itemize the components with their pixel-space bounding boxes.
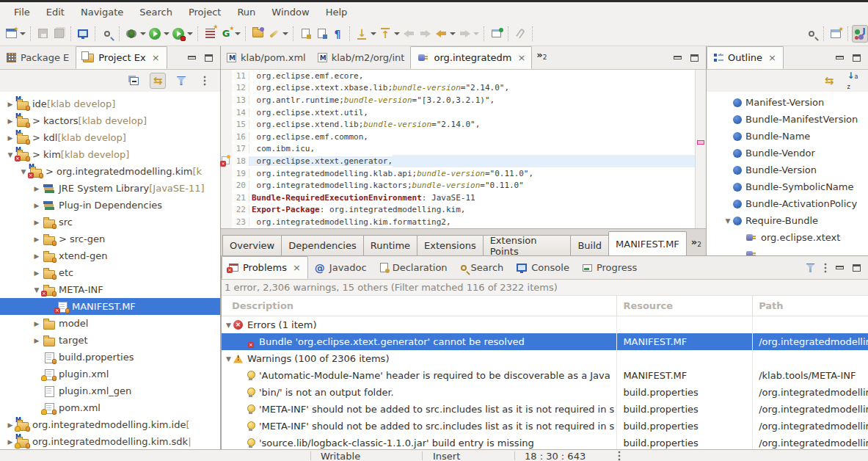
form-tab-runtime[interactable]: Runtime bbox=[363, 235, 417, 255]
back-faded-button[interactable] bbox=[401, 25, 417, 43]
collapsed-twisty-icon[interactable]: ▶ bbox=[31, 219, 43, 226]
generate-button[interactable]: G bbox=[218, 25, 234, 43]
tree-item[interactable]: MANIFEST.MF bbox=[0, 298, 220, 315]
collapse-all-button[interactable] bbox=[126, 73, 142, 89]
open-console-button[interactable] bbox=[75, 25, 91, 43]
outline-item[interactable]: ▼Require-Bundle bbox=[721, 212, 868, 229]
collapsed-twisty-icon[interactable]: ▶ bbox=[31, 253, 43, 260]
collapsed-twisty-icon[interactable]: ▶ bbox=[4, 117, 16, 125]
outline-item[interactable] bbox=[721, 246, 868, 255]
run-dropdown[interactable] bbox=[163, 25, 170, 43]
menu-run[interactable]: Run bbox=[229, 4, 263, 20]
column-description[interactable]: Description bbox=[222, 300, 616, 311]
tab-package-e[interactable]: Package E bbox=[0, 46, 76, 69]
editor-line[interactable]: 22Export-Package: org.integratedmodellin… bbox=[221, 204, 706, 217]
back-dropdown[interactable] bbox=[449, 25, 456, 43]
problems-row[interactable]: Bundle 'org.eclipse.xtext.generator' can… bbox=[222, 333, 868, 350]
outline-item[interactable]: Manifest-Version bbox=[721, 94, 868, 111]
tab-klab-pom-xml[interactable]: klab/pom.xml bbox=[221, 46, 312, 69]
run-button[interactable] bbox=[147, 25, 163, 43]
tree-item[interactable]: ▶src bbox=[0, 214, 220, 230]
last-edit-location-button[interactable] bbox=[297, 25, 313, 43]
problems-row[interactable]: 'bin/' is not an output folder.build.pro… bbox=[222, 384, 868, 401]
filter-button[interactable] bbox=[173, 73, 189, 89]
tree-item[interactable]: pom.xml bbox=[0, 399, 220, 416]
link-with-editor-button[interactable]: ⇆ bbox=[821, 73, 837, 89]
column-resource[interactable]: Resource bbox=[616, 296, 752, 316]
tab-problems[interactable]: Problems× bbox=[222, 256, 308, 279]
previous-annotation-dropdown[interactable] bbox=[393, 25, 401, 43]
sort-alphabetically-button[interactable]: ↓az bbox=[845, 73, 861, 89]
editor-overview-ruler[interactable] bbox=[695, 70, 706, 228]
debug-button[interactable] bbox=[123, 25, 139, 43]
form-tab-extension-points[interactable]: Extension Points bbox=[483, 235, 571, 255]
problems-row[interactable]: 'META-INF' should not be added to src.in… bbox=[222, 401, 868, 418]
close-tab-icon[interactable]: × bbox=[768, 52, 776, 63]
editor-line[interactable]: 12 org.eclipse.xtext.xbase.lib;bundle-ve… bbox=[221, 82, 706, 95]
show-whitespace-button[interactable]: ¶ bbox=[329, 25, 346, 43]
save-button[interactable] bbox=[34, 25, 51, 43]
menu-help[interactable]: Help bbox=[318, 4, 356, 20]
open-perspective-button[interactable] bbox=[828, 25, 844, 43]
problems-group-row[interactable]: ▼Errors (1 item) bbox=[222, 316, 868, 333]
tree-item[interactable]: ▶etc bbox=[0, 264, 220, 281]
outline-item[interactable]: org.eclipse.xtext bbox=[721, 229, 868, 246]
editor-line[interactable]: 13 org.antlr.runtime;bundle-version="[3.… bbox=[221, 94, 706, 106]
collapsed-twisty-icon[interactable]: ▶ bbox=[31, 320, 43, 327]
tree-item[interactable]: build.properties bbox=[0, 349, 220, 366]
maximize-icon[interactable] bbox=[205, 54, 213, 62]
tree-item[interactable]: plugin.xml_gen bbox=[0, 382, 220, 399]
collapsed-twisty-icon[interactable]: ▶ bbox=[31, 269, 43, 277]
tree-item[interactable]: ▼> kim [klab develop] bbox=[0, 146, 220, 163]
menu-search[interactable]: Search bbox=[131, 4, 180, 20]
annotate-button[interactable] bbox=[266, 25, 282, 43]
annotate-dropdown[interactable] bbox=[282, 25, 289, 43]
tab-project-ex[interactable]: Project Ex× bbox=[76, 46, 167, 69]
run-coverage-dropdown[interactable] bbox=[186, 25, 194, 43]
forward-button[interactable] bbox=[456, 25, 473, 43]
form-tab-overview[interactable]: Overview bbox=[222, 235, 281, 255]
tree-item[interactable]: ▶xtend-gen bbox=[0, 247, 220, 264]
tree-item[interactable]: ▶target bbox=[0, 332, 220, 349]
forward-faded-button[interactable] bbox=[417, 25, 433, 43]
attach-button[interactable] bbox=[512, 25, 528, 43]
java-perspective-button[interactable] bbox=[852, 25, 868, 43]
view-menu-icon[interactable] bbox=[824, 263, 827, 273]
tree-item[interactable]: plugin.xml bbox=[0, 366, 220, 382]
next-annotation-button[interactable]: ↓ bbox=[354, 25, 370, 43]
form-tab-dependencies[interactable]: Dependencies bbox=[281, 235, 363, 255]
menu-navigate[interactable]: Navigate bbox=[73, 4, 131, 20]
editor-line[interactable]: 15 org.eclipse.xtend.lib;bundle-version=… bbox=[221, 118, 706, 131]
new-wizard-button[interactable] bbox=[3, 25, 19, 43]
close-tab-icon[interactable]: × bbox=[152, 52, 160, 63]
run-coverage-button[interactable] bbox=[170, 25, 186, 43]
tab-javadoc[interactable]: @Javadoc bbox=[308, 256, 373, 279]
minimize-icon[interactable] bbox=[836, 266, 844, 269]
filter-icon[interactable] bbox=[806, 264, 815, 272]
editor-line[interactable]: 18 org.eclipse.xtext.generator, bbox=[221, 155, 706, 167]
editor-line[interactable]: 16 org.eclipse.emf.common, bbox=[221, 131, 706, 143]
minimize-icon[interactable] bbox=[188, 56, 196, 59]
debug-dropdown[interactable] bbox=[139, 25, 147, 43]
error-annotation-marker[interactable] bbox=[697, 140, 704, 145]
tree-item[interactable]: ▶org.integratedmodelling.kim.ide [ bbox=[0, 416, 220, 433]
problems-row[interactable]: 'Automatic-Module-Name' header is requir… bbox=[222, 367, 868, 384]
tab-outline[interactable]: Outline× bbox=[707, 46, 784, 69]
tree-item[interactable]: ▼META-INF bbox=[0, 281, 220, 298]
editor-line[interactable]: 14 org.eclipse.xtext.util, bbox=[221, 106, 706, 119]
back-button[interactable] bbox=[433, 25, 449, 43]
tree-item[interactable]: ▶ide [klab develop] bbox=[0, 95, 220, 112]
forward-dropdown[interactable] bbox=[473, 25, 480, 43]
tree-item[interactable]: ▶> kactors [klab develop] bbox=[0, 112, 220, 129]
problems-group-row[interactable]: ▼Warnings (100 of 2306 items) bbox=[222, 350, 868, 367]
pin-editor-button[interactable] bbox=[488, 25, 504, 43]
close-tab-icon[interactable]: × bbox=[293, 262, 301, 273]
tab-overflow-chevron[interactable]: »2 bbox=[532, 46, 551, 69]
save-all-button[interactable] bbox=[51, 25, 67, 43]
tab-klab-m2-org-int[interactable]: klab/m2/org/int bbox=[312, 46, 411, 69]
form-tab-overflow-chevron[interactable]: »2 bbox=[687, 236, 706, 248]
next-edit-location-button[interactable] bbox=[313, 25, 329, 43]
collapsed-twisty-icon[interactable]: ▶ bbox=[31, 202, 43, 209]
generate-dropdown[interactable] bbox=[234, 25, 241, 43]
new-plugin-project-button[interactable] bbox=[202, 25, 218, 43]
